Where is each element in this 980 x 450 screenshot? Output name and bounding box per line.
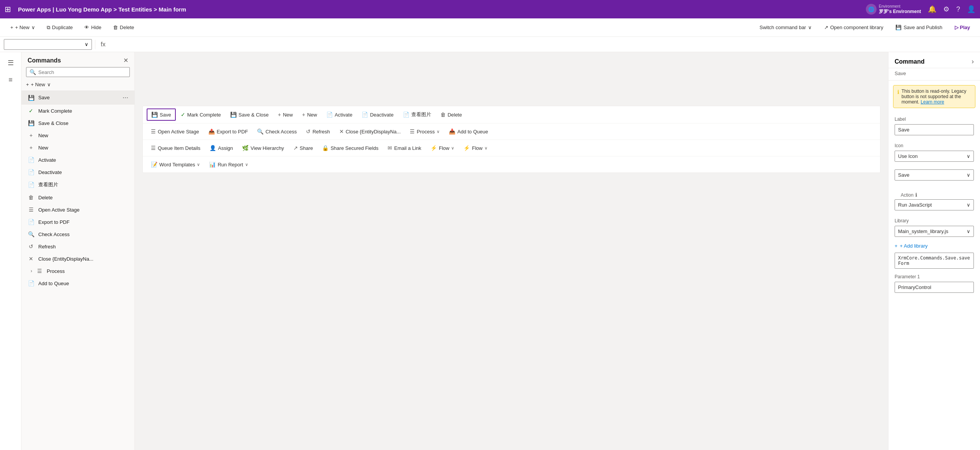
formula-bar: ∨ fx — [0, 37, 980, 52]
cb-close-entity-button[interactable]: ✕ Close {EntityDisplayNa... — [335, 126, 405, 137]
rp-warning-text: This button is read-only. Legacy button … — [901, 89, 971, 105]
rp-action-section: Action ℹ — [895, 188, 974, 199]
cb-add-to-queue-button[interactable]: 📥 Add to Queue — [445, 126, 492, 137]
cb-new2-button[interactable]: + New — [298, 109, 321, 120]
cmd-activate-label: Activate — [38, 157, 128, 163]
rp-library-dropdown[interactable]: Main_system_library.js ∨ — [895, 226, 974, 237]
cb-check-access-icon: 🔍 — [257, 128, 263, 135]
waffle-icon[interactable]: ⊞ — [5, 5, 11, 14]
rp-action-label: Action — [901, 192, 913, 198]
cmd-delete-label: Delete — [38, 195, 128, 200]
cb-chakan-button[interactable]: 📄 查看图片 — [399, 108, 435, 121]
commands-close-button[interactable]: ✕ — [123, 57, 128, 64]
rp-learn-more-link[interactable]: Learn more — [921, 99, 944, 105]
commands-search-box[interactable]: 🔍 — [26, 67, 130, 77]
hide-icon: 👁 — [84, 25, 89, 30]
open-component-library-button[interactable]: ↗ Open component library — [820, 22, 887, 33]
cb-view-hierarchy-icon: 🌿 — [242, 145, 249, 151]
cb-save-close-label: Save & Close — [239, 112, 269, 118]
formula-select[interactable]: ∨ — [4, 39, 92, 50]
cmd-item-save-close[interactable]: 💾 Save & Close — [21, 117, 134, 129]
cmd-check-access-icon: 🔍 — [28, 231, 34, 237]
cmd-item-activate[interactable]: 📄 Activate — [21, 154, 134, 166]
cb-email-link-button[interactable]: ✉ Email a Link — [383, 142, 425, 154]
cb-share-secured-button[interactable]: 🔒 Share Secured Fields — [318, 142, 383, 154]
formula-input[interactable] — [111, 39, 976, 50]
cmd-item-add-to-queue[interactable]: 📄 Add to Queue — [21, 277, 134, 289]
cmd-save-more[interactable]: ··· — [123, 94, 128, 102]
cb-flow2-button[interactable]: ⚡ Flow ∨ — [459, 142, 491, 154]
cmd-item-process[interactable]: › ☰ Process — [21, 265, 134, 277]
play-button[interactable]: ▷ Play — [951, 22, 974, 33]
rp-save-dropdown[interactable]: Save ∨ — [895, 169, 974, 181]
cmd-item-mark-complete[interactable]: ✓ Mark Complete — [21, 105, 134, 117]
commands-new-button[interactable]: + + New ∨ — [21, 80, 134, 89]
save-publish-button[interactable]: 💾 Save and Publish — [892, 22, 946, 33]
cb-save-close-button[interactable]: 💾 Save & Close — [226, 109, 273, 120]
cmd-item-new1[interactable]: + New — [21, 129, 134, 141]
main-area: ☰ ≡ Commands ✕ 🔍 + + New ∨ 💾 Save ··· ✓ — [0, 52, 980, 450]
help-icon[interactable]: ? — [956, 5, 960, 13]
rp-add-library-button[interactable]: + + Add library — [888, 241, 980, 251]
cmd-item-refresh[interactable]: ↺ Refresh — [21, 240, 134, 253]
cmd-mark-complete-icon: ✓ — [28, 108, 34, 114]
cmd-item-new2[interactable]: + New — [21, 141, 134, 154]
cmd-item-chakan[interactable]: 📄 查看图片 — [21, 178, 134, 191]
bell-icon[interactable]: 🔔 — [928, 5, 936, 13]
cb-process-button[interactable]: ☰ Process ∨ — [406, 126, 444, 137]
rp-save-chevron-icon: ∨ — [967, 172, 970, 178]
cmd-save-label: Save — [38, 95, 119, 100]
cb-share-icon: ↗ — [293, 145, 298, 151]
cb-new1-button[interactable]: + New — [274, 109, 297, 120]
cb-run-report-button[interactable]: 📊 Run Report ∨ — [205, 159, 252, 170]
cb-assign-button[interactable]: 👤 Assign — [205, 142, 237, 154]
cmd-item-open-active-stage[interactable]: ☰ Open Active Stage — [21, 204, 134, 216]
cmd-item-close-entity[interactable]: ✕ Close {EntityDisplayNa... — [21, 253, 134, 265]
rp-library-value: Main_system_library.js — [898, 228, 948, 234]
rp-icon-dropdown[interactable]: Use Icon ∨ — [895, 151, 974, 162]
cb-save-button[interactable]: 💾 Save — [147, 108, 176, 121]
cb-share-secured-label: Share Secured Fields — [330, 145, 378, 151]
cmd-open-active-stage-label: Open Active Stage — [38, 207, 128, 213]
settings-icon[interactable]: ⚙ — [943, 5, 949, 13]
cb-activate-button[interactable]: 📄 Activate — [322, 109, 357, 120]
cb-flow1-button[interactable]: ⚡ Flow ∨ — [426, 142, 458, 154]
cb-word-templates-button[interactable]: 📝 Word Templates ∨ — [147, 159, 204, 170]
delete-button[interactable]: 🗑 Delete — [109, 22, 139, 33]
duplicate-button[interactable]: ⧉ Duplicate — [43, 22, 77, 33]
account-icon[interactable]: 👤 — [967, 5, 975, 13]
cmd-item-delete[interactable]: 🗑 Delete — [21, 191, 134, 204]
cb-queue-item-details-button[interactable]: ☰ Queue Item Details — [147, 142, 205, 154]
cb-delete-button[interactable]: 🗑 Delete — [436, 109, 466, 120]
cb-add-to-queue-icon: 📥 — [449, 128, 455, 135]
commands-search-input[interactable] — [38, 69, 126, 75]
cb-share-button[interactable]: ↗ Share — [289, 142, 317, 154]
cb-open-active-stage-button[interactable]: ☰ Open Active Stage — [147, 126, 203, 137]
hide-button[interactable]: 👁 Hide — [80, 22, 106, 33]
cb-view-hierarchy-button[interactable]: 🌿 View Hierarchy — [238, 142, 288, 154]
cmd-item-check-access[interactable]: 🔍 Check Access — [21, 228, 134, 240]
sidebar-collapse-icon[interactable]: ☰ — [4, 56, 18, 70]
cmd-save-icon: 💾 — [28, 95, 34, 101]
cb-flow2-dropdown-icon: ∨ — [484, 146, 488, 151]
rp-action-dropdown[interactable]: Run JavaScript ∨ — [895, 199, 974, 210]
cb-mark-complete-button[interactable]: ✓ Mark Complete — [177, 109, 225, 120]
cmd-item-deactivate[interactable]: 📄 Deactivate — [21, 166, 134, 178]
cmd-item-export-pdf[interactable]: 📄 Export to PDF — [21, 216, 134, 228]
sidebar-tree-icon[interactable]: ≡ — [4, 73, 18, 87]
cb-export-pdf-button[interactable]: 📤 Export to PDF — [204, 126, 252, 137]
cb-deactivate-button[interactable]: 📄 Deactivate — [357, 109, 398, 120]
cb-word-templates-dropdown-icon: ∨ — [197, 162, 200, 167]
cmd-item-save[interactable]: 💾 Save ··· — [21, 90, 134, 105]
cb-refresh-button[interactable]: ↺ Refresh — [302, 126, 334, 137]
cmd-close-entity-label: Close {EntityDisplayNa... — [38, 256, 128, 262]
cmd-activate-icon: 📄 — [28, 157, 34, 163]
switch-command-bar-button[interactable]: Switch command bar ∨ — [756, 22, 815, 33]
rp-expand-icon[interactable]: › — [972, 57, 974, 66]
environment-badge[interactable]: 🌐 Environment 罗罗's Environment — [866, 4, 921, 15]
cb-add-to-queue-label: Add to Queue — [457, 129, 488, 135]
rp-icon-field: Icon Use Icon ∨ — [888, 139, 980, 166]
rp-action-info-icon[interactable]: ℹ — [915, 192, 917, 198]
cb-check-access-button[interactable]: 🔍 Check Access — [253, 126, 301, 137]
new-button[interactable]: + + New ∨ — [6, 22, 39, 33]
